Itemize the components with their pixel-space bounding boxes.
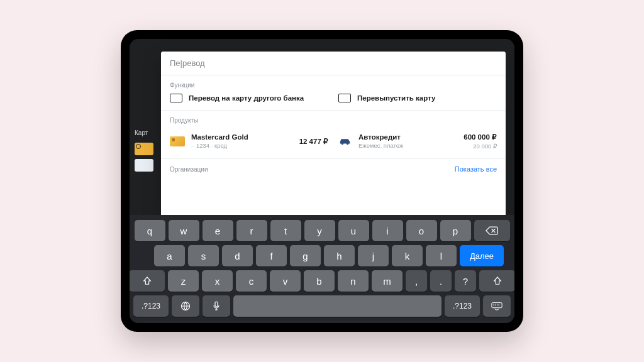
key-q[interactable]: q bbox=[135, 220, 165, 241]
key-w[interactable]: w bbox=[169, 220, 199, 241]
key-n[interactable]: n bbox=[338, 270, 369, 292]
product-sub: Ежемес. платеж bbox=[358, 142, 457, 149]
shift-key[interactable] bbox=[130, 270, 165, 292]
sidebar-label: Карт bbox=[130, 127, 161, 139]
search-input[interactable] bbox=[161, 52, 506, 75]
shift-key[interactable] bbox=[479, 270, 514, 292]
tablet-screen: Карт Функции Перевод на карту другого ба… bbox=[130, 39, 514, 323]
key-t[interactable]: t bbox=[270, 220, 301, 241]
product-amount2: 20 000 ₽ bbox=[464, 143, 497, 150]
car-icon bbox=[338, 136, 352, 147]
key-s[interactable]: s bbox=[188, 245, 219, 266]
key-c[interactable]: c bbox=[236, 270, 267, 292]
key-p[interactable]: p bbox=[440, 220, 471, 241]
key-e[interactable]: e bbox=[203, 220, 233, 241]
key-j[interactable]: j bbox=[358, 245, 389, 266]
function-item[interactable]: Перевыпустить карту bbox=[338, 94, 497, 102]
numeric-key[interactable]: .?123 bbox=[133, 295, 169, 317]
key-u[interactable]: u bbox=[338, 220, 369, 241]
svg-rect-1 bbox=[215, 302, 218, 307]
card-icon bbox=[170, 94, 182, 102]
sidebar-card-icon[interactable] bbox=[135, 143, 153, 155]
section-header-orgs: Организации bbox=[170, 166, 208, 173]
globe-key[interactable] bbox=[172, 295, 199, 317]
product-sub: ·· 1234 · кред bbox=[191, 142, 293, 149]
key-g[interactable]: g bbox=[290, 245, 321, 266]
section-header-functions: Функции bbox=[161, 75, 506, 94]
key-question[interactable]: ? bbox=[455, 270, 476, 292]
search-panel: Функции Перевод на карту другого банка П… bbox=[161, 52, 506, 215]
product-item[interactable]: Автокредит Ежемес. платеж 600 000 ₽ 20 0… bbox=[338, 133, 497, 150]
key-l[interactable]: l bbox=[426, 245, 457, 266]
key-a[interactable]: a bbox=[154, 245, 185, 266]
product-name: Mastercard Gold bbox=[191, 133, 293, 141]
key-x[interactable]: x bbox=[202, 270, 233, 292]
key-period[interactable]: . bbox=[430, 270, 452, 292]
svg-rect-2 bbox=[492, 303, 502, 308]
hide-keyboard-key[interactable] bbox=[483, 295, 511, 317]
numeric-key[interactable]: .?123 bbox=[445, 295, 480, 317]
mastercard-icon bbox=[170, 136, 185, 146]
key-b[interactable]: b bbox=[304, 270, 335, 292]
show-all-link[interactable]: Показать все bbox=[455, 165, 497, 173]
tablet-frame: Карт Функции Перевод на карту другого ба… bbox=[121, 30, 523, 332]
key-comma[interactable]: , bbox=[406, 270, 427, 292]
function-item[interactable]: Перевод на карту другого банка bbox=[170, 94, 328, 102]
onscreen-keyboard: q w e r t y u i o p a s d f g bbox=[130, 215, 514, 323]
section-header-products: Продукты bbox=[161, 111, 506, 129]
next-key[interactable]: Далее bbox=[460, 245, 504, 266]
key-i[interactable]: i bbox=[372, 220, 403, 241]
key-m[interactable]: m bbox=[372, 270, 402, 292]
key-d[interactable]: d bbox=[222, 245, 253, 266]
function-label: Перевод на карту другого банка bbox=[189, 94, 304, 102]
function-label: Перевыпустить карту bbox=[357, 94, 435, 102]
product-item[interactable]: Mastercard Gold ·· 1234 · кред 12 477 ₽ bbox=[170, 133, 328, 150]
sidebar-card-icon[interactable] bbox=[135, 159, 153, 172]
key-v[interactable]: v bbox=[270, 270, 301, 292]
product-amount: 600 000 ₽ bbox=[464, 133, 497, 141]
space-key[interactable] bbox=[233, 295, 441, 317]
dictation-key[interactable] bbox=[203, 295, 230, 317]
key-f[interactable]: f bbox=[256, 245, 287, 266]
product-amount: 12 477 ₽ bbox=[299, 137, 328, 146]
key-z[interactable]: z bbox=[168, 270, 199, 292]
key-r[interactable]: r bbox=[236, 220, 267, 241]
product-name: Автокредит bbox=[358, 133, 457, 141]
key-o[interactable]: o bbox=[406, 220, 437, 241]
key-y[interactable]: y bbox=[304, 220, 335, 241]
card-icon bbox=[338, 94, 351, 102]
key-k[interactable]: k bbox=[392, 245, 423, 266]
key-h[interactable]: h bbox=[324, 245, 355, 266]
backspace-key[interactable] bbox=[474, 220, 510, 241]
